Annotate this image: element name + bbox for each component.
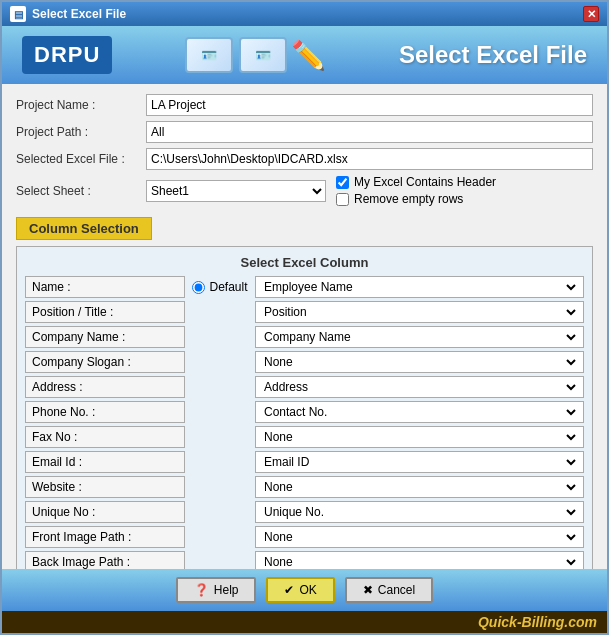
empty-rows-checkbox[interactable] [336, 193, 349, 206]
column-selection-button[interactable]: Column Selection [16, 217, 152, 240]
project-name-row: Project Name : [16, 94, 593, 116]
col-row-back-image: Back Image Path : None [25, 551, 584, 569]
sheet-label: Select Sheet : [16, 184, 146, 198]
col-row-name: Name : Default Employee Name [25, 276, 584, 298]
help-icon: ❓ [194, 583, 209, 597]
col-label-front-image: Front Image Path : [25, 526, 185, 548]
col-label-company: Company Name : [25, 326, 185, 348]
project-name-label: Project Name : [16, 98, 146, 112]
columns-panel: Select Excel Column Name : Default Emplo… [16, 246, 593, 569]
col-dropdown-unique: Unique No. [255, 501, 584, 523]
col-select-front-image[interactable]: None [260, 527, 579, 547]
col-row-website: Website : None [25, 476, 584, 498]
help-button[interactable]: ❓ Help [176, 577, 257, 603]
col-row-fax: Fax No : None [25, 426, 584, 448]
checkbox-area: My Excel Contains Header Remove empty ro… [336, 175, 496, 206]
col-row-company: Company Name : Company Name [25, 326, 584, 348]
col-dropdown-back-image: None [255, 551, 584, 569]
main-window: ▤ Select Excel File ✕ DRPU 🪪 🪪 ✏️ Select… [0, 0, 609, 635]
project-name-input[interactable] [146, 94, 593, 116]
col-select-address[interactable]: Address [260, 377, 579, 397]
col-row-position: Position / Title : Position [25, 301, 584, 323]
col-label-email: Email Id : [25, 451, 185, 473]
project-path-input[interactable] [146, 121, 593, 143]
id-card-icon: 🪪 [185, 37, 233, 73]
header-checkbox[interactable] [336, 176, 349, 189]
close-button[interactable]: ✕ [583, 6, 599, 22]
col-select-fax[interactable]: None [260, 427, 579, 447]
col-dropdown-website: None [255, 476, 584, 498]
col-label-back-image: Back Image Path : [25, 551, 185, 569]
ok-icon: ✔ [284, 583, 294, 597]
ok-button[interactable]: ✔ OK [266, 577, 334, 603]
excel-file-input[interactable] [146, 148, 593, 170]
col-select-back-image[interactable]: None [260, 552, 579, 569]
window-icon: ▤ [10, 6, 26, 22]
default-radio[interactable] [192, 281, 205, 294]
columns-panel-header: Select Excel Column [25, 255, 584, 270]
col-row-slogan: Company Slogan : None [25, 351, 584, 373]
col-label-position: Position / Title : [25, 301, 185, 323]
sheet-row: Select Sheet : Sheet1 My Excel Contains … [16, 175, 593, 206]
col-radio-name: Default [185, 280, 255, 294]
col-label-address: Address : [25, 376, 185, 398]
col-row-unique: Unique No : Unique No. [25, 501, 584, 523]
cancel-label: Cancel [378, 583, 415, 597]
content-area: Project Name : Project Path : Selected E… [2, 84, 607, 569]
header-checkbox-label: My Excel Contains Header [354, 175, 496, 189]
col-row-phone: Phone No. : Contact No. [25, 401, 584, 423]
cancel-icon: ✖ [363, 583, 373, 597]
cancel-button[interactable]: ✖ Cancel [345, 577, 433, 603]
project-path-row: Project Path : [16, 121, 593, 143]
title-bar: ▤ Select Excel File ✕ [2, 2, 607, 26]
col-select-phone[interactable]: Contact No. [260, 402, 579, 422]
empty-rows-checkbox-row: Remove empty rows [336, 192, 496, 206]
col-dropdown-email: Email ID [255, 451, 584, 473]
col-select-unique[interactable]: Unique No. [260, 502, 579, 522]
col-label-fax: Fax No : [25, 426, 185, 448]
watermark: Quick-Billing.com [2, 611, 607, 633]
pencil-icon: ✏️ [291, 39, 326, 72]
col-dropdown-phone: Contact No. [255, 401, 584, 423]
col-dropdown-name: Employee Name [255, 276, 584, 298]
header-banner: DRPU 🪪 🪪 ✏️ Select Excel File [2, 26, 607, 84]
col-dropdown-position: Position [255, 301, 584, 323]
col-label-name: Name : [25, 276, 185, 298]
col-row-front-image: Front Image Path : None [25, 526, 584, 548]
col-dropdown-address: Address [255, 376, 584, 398]
default-radio-label: Default [209, 280, 247, 294]
title-bar-left: ▤ Select Excel File [10, 6, 126, 22]
drpu-logo: DRPU [22, 36, 112, 74]
project-path-label: Project Path : [16, 125, 146, 139]
col-row-address: Address : Address [25, 376, 584, 398]
help-label: Help [214, 583, 239, 597]
header-checkbox-row: My Excel Contains Header [336, 175, 496, 189]
sheet-select[interactable]: Sheet1 [146, 180, 326, 202]
col-dropdown-front-image: None [255, 526, 584, 548]
col-label-website: Website : [25, 476, 185, 498]
window-title: Select Excel File [32, 7, 126, 21]
ok-label: OK [299, 583, 316, 597]
col-select-position[interactable]: Position [260, 302, 579, 322]
col-select-website[interactable]: None [260, 477, 579, 497]
col-select-company[interactable]: Company Name [260, 327, 579, 347]
col-dropdown-company: Company Name [255, 326, 584, 348]
col-dropdown-slogan: None [255, 351, 584, 373]
col-label-slogan: Company Slogan : [25, 351, 185, 373]
col-select-name[interactable]: Employee Name [260, 277, 579, 297]
col-select-slogan[interactable]: None [260, 352, 579, 372]
excel-file-row: Selected Excel File : [16, 148, 593, 170]
col-label-phone: Phone No. : [25, 401, 185, 423]
footer: ❓ Help ✔ OK ✖ Cancel [2, 569, 607, 611]
header-icons: 🪪 🪪 ✏️ [185, 37, 326, 73]
empty-rows-checkbox-label: Remove empty rows [354, 192, 463, 206]
col-label-unique: Unique No : [25, 501, 185, 523]
header-title: Select Excel File [399, 41, 587, 69]
excel-file-label: Selected Excel File : [16, 152, 146, 166]
id-card-icon-2: 🪪 [239, 37, 287, 73]
col-row-email: Email Id : Email ID [25, 451, 584, 473]
col-select-email[interactable]: Email ID [260, 452, 579, 472]
col-dropdown-fax: None [255, 426, 584, 448]
